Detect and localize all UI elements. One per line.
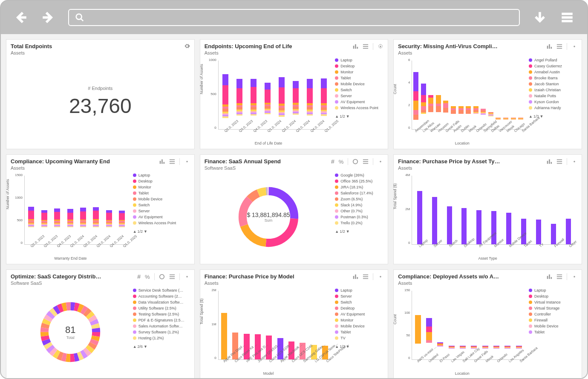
legend-item[interactable]: Annabel Austin	[529, 70, 577, 74]
gear-icon[interactable]	[378, 274, 383, 280]
legend-item[interactable]: Desktop	[529, 294, 577, 298]
legend-item[interactable]: Laptop	[335, 58, 383, 62]
legend-item[interactable]: Monitor	[335, 318, 383, 322]
legend-item[interactable]: AV Equipment	[335, 100, 383, 104]
legend-item[interactable]: Controller	[529, 312, 577, 316]
legend-item[interactable]: Angel Pollard	[529, 58, 577, 62]
list-icon[interactable]	[169, 159, 175, 165]
pager[interactable]: ▲ 2/6 ▼	[133, 344, 190, 349]
legend-item[interactable]: Accounting Software (2…	[133, 294, 190, 298]
gear-icon[interactable]	[571, 159, 577, 165]
gear-icon[interactable]	[378, 43, 383, 49]
legend-item[interactable]: Mobile Device	[133, 197, 190, 201]
legend-item[interactable]: Tablet	[335, 76, 383, 80]
list-icon[interactable]	[556, 274, 562, 280]
donut-icon[interactable]	[352, 159, 358, 165]
legend-item[interactable]: Laptop	[529, 288, 577, 292]
legend-item[interactable]: Service Desk Software (…	[133, 288, 190, 292]
bar-chart-icon[interactable]	[352, 43, 358, 49]
gear-icon[interactable]	[184, 159, 190, 165]
legend-item[interactable]: TV	[335, 336, 383, 340]
legend-item[interactable]: Utility Software (2.5%)	[133, 306, 190, 310]
legend-item[interactable]: Tablet	[133, 191, 190, 195]
list-icon[interactable]	[556, 159, 562, 165]
legend-item[interactable]: Other (0.7%)	[335, 209, 383, 213]
legend-item[interactable]: Desktop	[335, 64, 383, 68]
legend-item[interactable]: Wireless Access Point	[335, 106, 383, 110]
list-icon[interactable]	[363, 43, 369, 49]
legend-item[interactable]: Switch	[335, 88, 383, 92]
legend-item[interactable]: Switch	[335, 300, 383, 304]
legend-item[interactable]: Survey Software (1.2%)	[133, 330, 190, 334]
bar-chart-icon[interactable]	[546, 43, 552, 49]
bar-chart-icon[interactable]	[546, 159, 552, 165]
gear-icon[interactable]	[571, 274, 577, 280]
legend-item[interactable]: Izaiah Christian	[529, 88, 577, 92]
donut-icon[interactable]	[159, 274, 165, 280]
hash-icon[interactable]: #	[331, 158, 334, 165]
bar-chart-icon[interactable]	[546, 274, 552, 280]
gear-icon[interactable]	[378, 159, 383, 165]
legend-item[interactable]: Desktop	[335, 306, 383, 310]
legend-item[interactable]: JIRA (18.1%)	[335, 185, 383, 189]
legend-item[interactable]: Mobile Device	[529, 324, 577, 328]
bar-chart-icon[interactable]	[352, 274, 358, 280]
menu-icon[interactable]	[560, 10, 574, 25]
list-icon[interactable]	[169, 274, 175, 280]
legend-item[interactable]: AV Equipment	[133, 215, 190, 219]
back-icon[interactable]	[14, 10, 28, 25]
legend-item[interactable]: Tablet	[335, 330, 383, 334]
legend-item[interactable]: Salesforce (17.4%)	[335, 191, 383, 195]
legend-item[interactable]: Adrianna Hardy	[529, 106, 577, 110]
legend-item[interactable]: Server	[335, 94, 383, 98]
legend-item[interactable]: Laptop	[133, 173, 190, 177]
gear-icon[interactable]	[571, 43, 577, 49]
gear-icon[interactable]	[184, 274, 190, 280]
legend-item[interactable]: Office 365 (25.5%)	[335, 179, 383, 183]
legend-item[interactable]: Server	[133, 209, 190, 213]
legend-item[interactable]: Jacob Stanton	[529, 82, 577, 86]
legend-item[interactable]: Brooke Ibarra	[529, 76, 577, 80]
legend-item[interactable]: Testing Software (2.5%)	[133, 312, 190, 316]
pager[interactable]: ▲ 1/2 ▼	[335, 229, 383, 234]
legend-item[interactable]: Desktop	[133, 179, 190, 183]
list-icon[interactable]	[363, 159, 369, 165]
gear-icon[interactable]	[184, 43, 190, 49]
legend-item[interactable]: Virtual Instance	[529, 300, 577, 304]
legend-item[interactable]: Google (26%)	[335, 173, 383, 177]
legend-item[interactable]: Mobile Device	[335, 324, 383, 328]
legend-item[interactable]: Tablet	[529, 330, 577, 334]
address-bar[interactable]	[68, 9, 520, 26]
pager[interactable]: ▲ 1/2 ▼	[335, 114, 383, 119]
legend-item[interactable]: Slack (4.9%)	[335, 203, 383, 207]
legend-item[interactable]: Casey Gutierrez	[529, 64, 577, 68]
percent-icon[interactable]: %	[145, 274, 150, 280]
legend-item[interactable]: Firewall	[529, 318, 577, 322]
legend-item[interactable]: Natalie Potts	[529, 94, 577, 98]
legend-item[interactable]: Data Visualization Softw…	[133, 300, 190, 304]
legend-item[interactable]: Virtual Storage	[529, 306, 577, 310]
forward-icon[interactable]	[41, 10, 55, 25]
legend-item[interactable]: Hosting (1.2%)	[133, 336, 190, 340]
download-icon[interactable]	[533, 10, 547, 25]
legend-item[interactable]: Zoom (6.5%)	[335, 197, 383, 201]
percent-icon[interactable]: %	[339, 159, 344, 165]
legend-item[interactable]: Wireless Access Point	[133, 221, 190, 225]
legend-item[interactable]: Switch	[133, 203, 190, 207]
legend-item[interactable]: AV Equipment	[335, 312, 383, 316]
legend-item[interactable]: Mobile Device	[335, 82, 383, 86]
legend-item[interactable]: Kyson Gordon	[529, 100, 577, 104]
legend-item[interactable]: Sales Automation Softw…	[133, 324, 190, 328]
legend-item[interactable]: Postman (0.3%)	[335, 215, 383, 219]
legend-item[interactable]: PDF & E-Signatures (2.5…	[133, 318, 190, 322]
bar-chart-icon[interactable]	[159, 159, 165, 165]
hash-icon[interactable]: #	[137, 273, 141, 280]
legend-item[interactable]: Monitor	[133, 185, 190, 189]
legend-item[interactable]: Trello (0.2%)	[335, 221, 383, 225]
pager[interactable]: ▲ 1/2 ▼	[133, 229, 190, 234]
legend-item[interactable]: Server	[335, 294, 383, 298]
legend-item[interactable]: Laptop	[335, 288, 383, 292]
list-icon[interactable]	[556, 43, 562, 49]
list-icon[interactable]	[363, 274, 369, 280]
legend-item[interactable]: Monitor	[335, 70, 383, 74]
